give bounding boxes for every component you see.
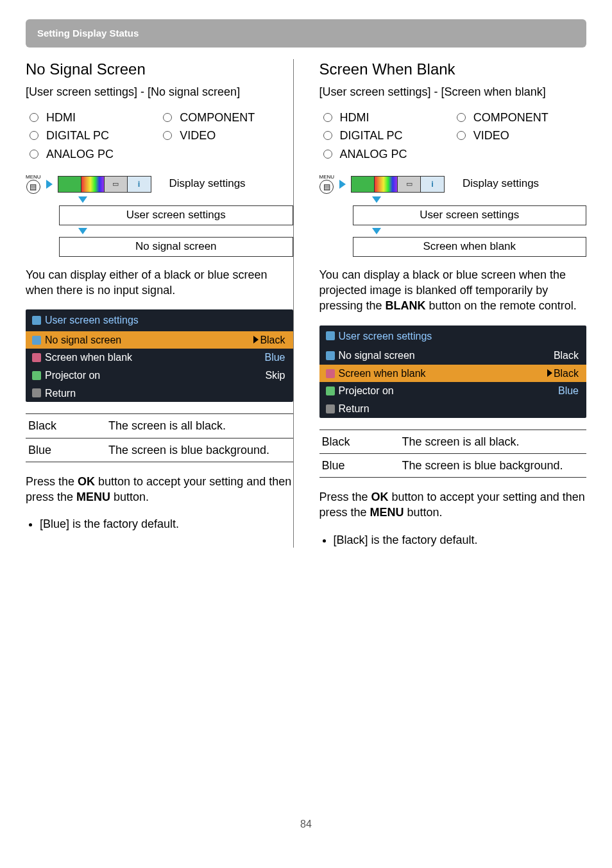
osd-row-icon xyxy=(32,336,41,345)
radio-icon xyxy=(323,150,332,159)
input-item: VIDEO xyxy=(453,126,586,144)
input-item: HDMI xyxy=(26,108,159,126)
option-key: Black xyxy=(26,414,106,438)
nav-user-screen-label: User screen settings xyxy=(59,205,293,225)
osd-row-value: Black xyxy=(554,349,579,363)
osd-row-icon xyxy=(326,404,335,413)
menu-button-icon: MENU ▤ xyxy=(319,175,335,194)
right-description: You can display a black or blue screen w… xyxy=(319,267,587,314)
input-item: ANALOG PC xyxy=(319,145,453,163)
osd-row: No signal screen Black xyxy=(319,347,587,365)
input-label: HDMI xyxy=(340,110,370,125)
nav-leaf-label: Screen when blank xyxy=(353,237,587,257)
left-note: [Blue] is the factory default. xyxy=(40,516,293,532)
arrow-down-icon xyxy=(372,228,381,234)
right-note: [Black] is the factory default. xyxy=(334,532,587,548)
right-option-table: BlackThe screen is all black. BlueThe sc… xyxy=(319,430,587,478)
osd-row-value: Skip xyxy=(265,369,285,383)
osd-row-icon xyxy=(32,388,41,397)
osd-row-name: Screen when blank xyxy=(339,367,426,381)
arrow-right-icon xyxy=(339,180,346,189)
osd-row-value: Blue xyxy=(264,351,285,365)
input-item: DIGITAL PC xyxy=(319,126,453,144)
radio-icon xyxy=(163,113,172,122)
option-key: Black xyxy=(319,430,400,453)
arrow-right-icon xyxy=(46,180,53,189)
right-note-list: [Black] is the factory default. xyxy=(319,532,587,548)
osd-row-icon xyxy=(326,351,335,360)
osd-row-name: Screen when blank xyxy=(45,351,132,365)
radio-icon xyxy=(30,150,38,159)
page-header: Setting Display Status xyxy=(26,19,586,48)
input-label: VIDEO xyxy=(473,128,509,143)
radio-icon xyxy=(323,131,332,140)
input-label: HDMI xyxy=(46,110,76,125)
option-desc: The screen is blue background. xyxy=(106,438,293,462)
radio-icon xyxy=(163,131,172,140)
input-label: ANALOG PC xyxy=(340,146,407,162)
menu-word: MENU xyxy=(26,175,41,180)
input-label: COMPONENT xyxy=(180,110,255,125)
left-breadcrumb: [User screen settings] - [No signal scre… xyxy=(26,84,293,100)
radio-icon xyxy=(457,113,466,122)
osd-row: Screen when blank Black xyxy=(319,365,587,383)
left-note-list: [Blue] is the factory default. xyxy=(26,516,293,532)
radio-icon xyxy=(323,113,332,122)
blank-keyword: BLANK xyxy=(386,299,426,312)
radio-icon xyxy=(457,131,466,140)
left-column: No Signal Screen [User screen settings] … xyxy=(26,59,294,548)
osd-title-icon xyxy=(326,331,335,340)
osd-row-icon xyxy=(32,371,41,380)
tab-strip-icon: ▭ i xyxy=(351,176,445,193)
input-label: DIGITAL PC xyxy=(46,128,109,143)
input-label: ANALOG PC xyxy=(46,146,114,162)
right-column: Screen When Blank [User screen settings]… xyxy=(319,59,587,548)
input-item: COMPONENT xyxy=(159,108,293,126)
menu-button-icon: MENU ▤ xyxy=(26,175,41,194)
osd-row: Projector on Blue xyxy=(319,382,587,400)
table-row: BlackThe screen is all black. xyxy=(319,430,587,453)
osd-row-name: Return xyxy=(45,386,76,401)
right-input-list: HDMI COMPONENT DIGITAL PC VIDEO ANALOG P… xyxy=(319,108,587,163)
right-breadcrumb: [User screen settings] - [Screen when bl… xyxy=(319,84,587,100)
osd-row: Return xyxy=(319,400,587,418)
osd-row: Projector on Skip xyxy=(26,367,293,385)
tab-strip-icon: ▭ i xyxy=(58,176,151,193)
input-item: HDMI xyxy=(319,108,453,126)
osd-row-icon xyxy=(326,369,335,378)
input-item: ANALOG PC xyxy=(26,145,159,163)
osd-row-name: Projector on xyxy=(339,384,394,398)
ok-keyword: OK xyxy=(371,490,389,503)
osd-row-name: Projector on xyxy=(45,369,100,383)
right-section-title: Screen When Blank xyxy=(319,59,587,80)
osd-title-icon xyxy=(32,316,41,325)
selector-arrow-icon xyxy=(547,369,552,377)
nav-display-settings-label: Display settings xyxy=(463,177,539,191)
input-item: VIDEO xyxy=(159,126,293,144)
table-row: BlackThe screen is all black. xyxy=(26,414,293,438)
osd-row-icon xyxy=(32,353,41,362)
osd-row-value: Black xyxy=(260,334,285,345)
input-label: VIDEO xyxy=(180,128,216,143)
table-row: BlueThe screen is blue background. xyxy=(26,438,293,462)
option-desc: The screen is all black. xyxy=(399,430,586,453)
nav-user-screen-label: User screen settings xyxy=(353,205,587,225)
ok-keyword: OK xyxy=(78,475,95,488)
option-desc: The screen is blue background. xyxy=(399,453,586,477)
left-nav-diagram: MENU ▤ ▭ i Display settings User screen … xyxy=(26,175,293,257)
osd-row-icon xyxy=(326,386,335,395)
osd-row-value: Black xyxy=(554,368,579,379)
menu-word: MENU xyxy=(319,175,335,180)
osd-row: Screen when blank Blue xyxy=(26,349,293,367)
input-label: DIGITAL PC xyxy=(340,128,403,143)
input-item: DIGITAL PC xyxy=(26,126,159,144)
menu-keyword: MENU xyxy=(370,506,404,519)
osd-row: Return xyxy=(26,385,293,403)
nav-leaf-label: No signal screen xyxy=(59,237,293,257)
option-key: Blue xyxy=(319,453,400,477)
osd-title: User screen settings xyxy=(319,326,587,347)
left-input-list: HDMI COMPONENT DIGITAL PC VIDEO ANALOG P… xyxy=(26,108,293,163)
osd-row-name: No signal screen xyxy=(339,349,415,363)
option-desc: The screen is all black. xyxy=(106,414,293,438)
arrow-down-icon xyxy=(78,228,87,234)
